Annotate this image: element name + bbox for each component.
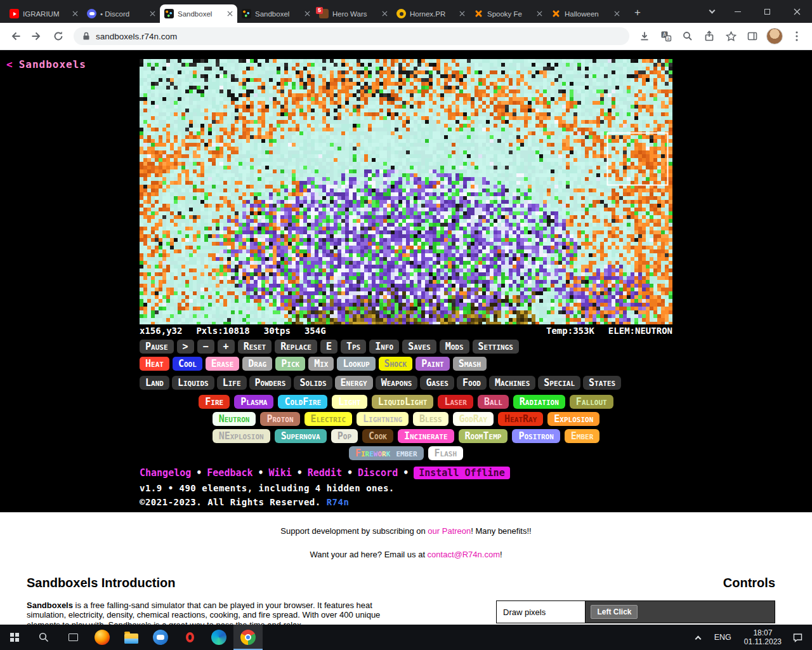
element-button-supernova[interactable]: Supernova: [275, 429, 327, 443]
firefox-app-button[interactable]: [88, 625, 117, 650]
element-button-neutron[interactable]: Neutron: [213, 412, 256, 426]
browser-tab-halloween[interactable]: Halloween: [547, 4, 624, 23]
category-tab-powders[interactable]: Powders: [249, 376, 292, 390]
footer-link-discord[interactable]: Discord: [358, 467, 398, 479]
category-tab-states[interactable]: States: [583, 376, 621, 390]
element-button-flash[interactable]: Flash: [428, 446, 464, 460]
element-button-proton[interactable]: Proton: [260, 412, 299, 426]
menu-dots-icon[interactable]: [787, 26, 807, 46]
patreon-link[interactable]: our Patreon: [428, 526, 471, 536]
menu-button-info[interactable]: Info: [369, 340, 399, 354]
profile-avatar[interactable]: [766, 28, 783, 44]
chrome-app-button[interactable]: [233, 625, 263, 650]
menu-button-[interactable]: −: [197, 340, 214, 354]
translate-icon[interactable]: Aa: [656, 26, 676, 46]
back-button[interactable]: [5, 26, 25, 46]
bookmark-star-icon[interactable]: [721, 26, 741, 46]
side-panel-icon[interactable]: [742, 26, 763, 46]
element-button-liquidlight[interactable]: LiquidLight: [372, 395, 434, 409]
element-button-nexplosion[interactable]: NExplosion: [213, 429, 270, 443]
tab-search-button[interactable]: [701, 0, 723, 23]
menu-button-mods[interactable]: Mods: [440, 340, 469, 354]
chat-app-button[interactable]: [146, 625, 175, 650]
element-button-cook[interactable]: Cook: [362, 429, 393, 443]
browser-tab-spooky-fe[interactable]: Spooky Fe: [469, 4, 547, 23]
browser-tab-sandboxel[interactable]: Sandboxel: [160, 4, 237, 23]
action-center-button[interactable]: [788, 625, 807, 650]
new-tab-button[interactable]: +: [629, 4, 646, 21]
tab-close-icon[interactable]: [227, 11, 233, 17]
tab-close-icon[interactable]: [614, 11, 620, 17]
category-tab-life[interactable]: Life: [217, 376, 247, 390]
address-bar[interactable]: sandboxels.r74n.com: [74, 27, 629, 45]
element-button-firework-ember[interactable]: Firework ember: [349, 446, 424, 460]
menu-button-reset[interactable]: Reset: [238, 340, 272, 354]
simulation-canvas[interactable]: [140, 59, 672, 324]
footer-link-changelog[interactable]: Changelog: [140, 467, 191, 479]
browser-tab-hornex-pr[interactable]: Hornex.PR: [392, 4, 469, 23]
clock[interactable]: 18:07 01.11.2023: [738, 625, 788, 650]
element-button-plasma[interactable]: Plasma: [234, 395, 273, 409]
element-button-fallout[interactable]: Fallout: [570, 395, 613, 409]
category-tab-liquids[interactable]: Liquids: [172, 376, 214, 390]
element-button-light[interactable]: Light: [332, 395, 367, 409]
browser-tab-igrarium[interactable]: IGRARIUM: [5, 4, 82, 23]
tab-close-icon[interactable]: [382, 11, 388, 17]
tab-close-icon[interactable]: [150, 11, 155, 17]
tool-button-smash[interactable]: Smash: [453, 357, 487, 371]
tool-button-heat[interactable]: Heat: [140, 357, 169, 371]
element-button-incinerate[interactable]: Incinerate: [398, 429, 454, 443]
menu-button-e[interactable]: E: [320, 340, 337, 354]
element-button-lightning[interactable]: Lightning: [357, 412, 409, 426]
browser-tab-hero-wars[interactable]: 5Hero Wars: [315, 4, 392, 23]
footer-link-feedback[interactable]: Feedback: [207, 467, 252, 479]
forward-button[interactable]: [27, 26, 47, 46]
element-button-positron[interactable]: Positron: [512, 429, 560, 443]
element-button-ball[interactable]: Ball: [478, 395, 509, 409]
element-button-ember[interactable]: Ember: [565, 429, 600, 443]
url-text[interactable]: sandboxels.r74n.com: [96, 32, 177, 41]
menu-button-settings[interactable]: Settings: [473, 340, 519, 354]
window-minimize-button[interactable]: [723, 0, 752, 23]
element-button-radiation[interactable]: Radiation: [513, 395, 565, 409]
menu-button-[interactable]: +: [218, 340, 235, 354]
element-button-fire[interactable]: Fire: [199, 395, 230, 409]
element-button-laser[interactable]: Laser: [438, 395, 473, 409]
footer-link-reddit[interactable]: Reddit: [308, 467, 342, 479]
tab-close-icon[interactable]: [72, 11, 78, 17]
element-button-pop[interactable]: Pop: [331, 429, 358, 443]
tab-close-icon[interactable]: [537, 11, 542, 17]
file-explorer-button[interactable]: [117, 625, 146, 650]
element-button-roomtemp[interactable]: RoomTemp: [459, 429, 508, 443]
tool-button-cool[interactable]: Cool: [173, 357, 202, 371]
taskbar-search-button[interactable]: [29, 625, 58, 650]
tray-show-hidden-button[interactable]: [689, 625, 708, 650]
menu-button-tps[interactable]: Tps: [341, 340, 366, 354]
install-offline-link[interactable]: Install Offline: [414, 467, 509, 479]
category-tab-weapons[interactable]: Weapons: [376, 376, 418, 390]
category-tab-land[interactable]: Land: [140, 376, 169, 390]
contact-email-link[interactable]: contact@R74n.com: [428, 550, 500, 559]
menu-button-[interactable]: >: [177, 340, 194, 354]
window-maximize-button[interactable]: [752, 0, 782, 23]
element-button-godray[interactable]: GodRay: [453, 412, 494, 426]
r74n-link[interactable]: R74n: [327, 497, 350, 507]
tool-button-paint[interactable]: Paint: [416, 357, 450, 371]
tool-button-lookup[interactable]: Lookup: [337, 357, 375, 371]
edge-app-button[interactable]: [204, 625, 233, 650]
category-tab-special[interactable]: Special: [538, 376, 580, 390]
download-icon[interactable]: [634, 26, 655, 46]
tab-close-icon[interactable]: [304, 11, 310, 17]
tool-button-erase[interactable]: Erase: [206, 357, 240, 371]
tool-button-pick[interactable]: Pick: [275, 357, 305, 371]
browser-tab-sandboxel[interactable]: Sandboxel: [237, 4, 315, 23]
task-view-button[interactable]: [58, 625, 88, 650]
category-tab-energy[interactable]: Energy: [335, 376, 373, 390]
window-close-button[interactable]: [782, 0, 812, 23]
tool-button-drag[interactable]: Drag: [242, 357, 272, 371]
tool-button-shock[interactable]: Shock: [379, 357, 413, 371]
element-button-explosion[interactable]: Explosion: [547, 412, 599, 426]
share-icon[interactable]: [699, 26, 719, 46]
element-button-heatray[interactable]: HeatRay: [498, 412, 543, 426]
footer-link-wiki[interactable]: Wiki: [269, 467, 292, 479]
